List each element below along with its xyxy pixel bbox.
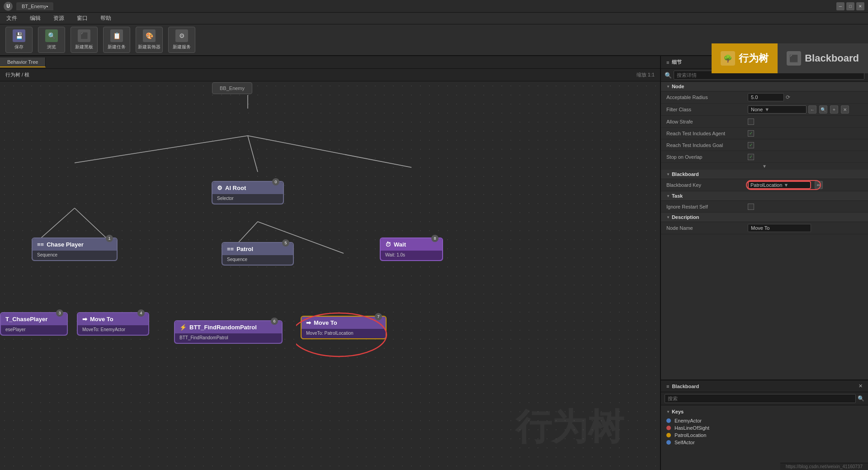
node-name-input[interactable] — [748, 224, 811, 232]
blackboard-section-header[interactable]: Blackboard — [661, 170, 868, 179]
menu-help[interactable]: 帮助 — [98, 14, 114, 23]
minimize-button[interactable]: ─ — [836, 2, 844, 10]
ignore-restart-checkbox[interactable] — [748, 204, 754, 210]
browse-label: 浏览 — [47, 44, 56, 50]
view-toggle-toolbar: 🌳 行为树 ⬛ Blackboard — [712, 43, 868, 73]
wait-body: Wait: 1.0s — [381, 251, 442, 260]
new-service-icon: ⚙ — [175, 29, 188, 42]
save-button[interactable]: 💾 保存 — [5, 27, 33, 53]
close-button[interactable]: ✕ — [856, 2, 864, 10]
menu-file[interactable]: 文件 — [4, 14, 20, 23]
filter-class-label: Filter Class — [666, 107, 748, 112]
filter-class-remove[interactable]: ✕ — [841, 105, 849, 114]
moveto-patrol-body: MoveTo: PatrolLocation — [302, 329, 386, 338]
acceptable-radius-input[interactable] — [748, 93, 784, 101]
canvas-tab-bar: Behavior Tree — [0, 56, 660, 69]
reach-test-agent-value — [748, 130, 863, 137]
acceptable-radius-spinner[interactable]: ⟳ — [786, 94, 790, 100]
bb-key-self-actor[interactable]: SelfActor — [666, 439, 863, 446]
filter-class-select[interactable]: None ▼ — [748, 105, 807, 114]
bt-canvas[interactable]: BB_Enemy 0 ⚙ AI Root Selector 1 ≡≡ Chase… — [0, 81, 660, 470]
canvas-header: 行为树 / 根 缩放 1:1 — [0, 69, 660, 81]
new-decorator-label: 新建装饰器 — [138, 44, 160, 50]
new-decorator-button[interactable]: 🎨 新建装饰器 — [136, 27, 163, 53]
wait-icon: ⏱ — [385, 241, 391, 248]
save-label: 保存 — [14, 44, 24, 50]
stop-on-overlap-row: Stop on Overlap — [661, 151, 868, 163]
breadcrumb: 行为树 / 根 — [5, 71, 29, 78]
allow-strafe-checkbox[interactable] — [748, 119, 754, 125]
new-service-button[interactable]: ⚙ 新建服务 — [168, 27, 195, 53]
stop-on-overlap-checkbox[interactable] — [748, 154, 754, 160]
maximize-button[interactable]: □ — [846, 2, 854, 10]
filter-class-left-arrow[interactable]: ← — [808, 105, 816, 114]
bb-keys-section-label: Keys — [666, 409, 863, 414]
file-tab[interactable]: BT_Enemy• — [16, 2, 53, 10]
task-section-header[interactable]: Task — [661, 191, 868, 201]
behavior-tree-view-button[interactable]: 🌳 行为树 — [712, 43, 778, 73]
patrol-node[interactable]: 5 ≡≡ Patrol Sequence — [222, 242, 294, 266]
moveto-chase-title: Move To — [90, 316, 113, 323]
chase-icon: ≡≡ — [37, 241, 44, 248]
bb-enemy-label: BB_Enemy — [220, 85, 245, 91]
bb-key-select[interactable]: PatrolLocation ▼ — [748, 181, 811, 189]
bb-enemy-node[interactable]: BB_Enemy — [212, 82, 252, 94]
moveto-chase-node[interactable]: 4 ➡ Move To MoveTo: EnemyActor — [77, 312, 149, 336]
save-icon: 💾 — [13, 29, 25, 42]
chase-player-node[interactable]: 1 ≡≡ Chase Player Sequence — [32, 237, 118, 261]
filter-class-add[interactable]: + — [830, 105, 838, 114]
menu-edit[interactable]: 编辑 — [27, 14, 43, 23]
new-task-button[interactable]: 📋 新建任务 — [103, 27, 130, 53]
reach-test-agent-checkbox[interactable] — [748, 130, 754, 137]
bb-panel-title: Blackboard — [672, 384, 699, 389]
bb-key-patrol-location[interactable]: PatrolLocation — [666, 432, 863, 439]
blackboard-view-button[interactable]: ⬛ Blackboard — [778, 43, 868, 73]
description-section-header[interactable]: Description — [661, 213, 868, 222]
patrol-icon: ≡≡ — [227, 246, 234, 252]
behavior-tree-tab[interactable]: Behavior Tree — [0, 57, 46, 67]
t-chaseplayer-node[interactable]: 3 T_ChasePlayer esePlayer — [0, 312, 68, 336]
enemy-actor-label: EnemyActor — [675, 418, 702, 423]
moveto-patrol-node[interactable]: 7 ➡ Move To MoveTo: PatrolLocation — [301, 316, 387, 339]
acceptable-radius-label: Acceptable Radius — [666, 95, 748, 100]
url-bar: https://blog.csdn.net/weixin_41160737 — [780, 463, 868, 470]
bb-key-edit[interactable]: ✏ — [815, 181, 823, 189]
watermark: 行为树 — [515, 403, 624, 452]
patrol-location-label: PatrolLocation — [675, 432, 706, 438]
bb-search-input[interactable] — [665, 394, 856, 403]
new-task-label: 新建任务 — [108, 44, 126, 50]
details-collapse-icon[interactable]: ≡ — [666, 60, 669, 65]
node-section-header[interactable]: Node — [661, 82, 868, 91]
node-name-label: Node Name — [666, 225, 748, 231]
reach-test-goal-checkbox[interactable] — [748, 142, 754, 148]
self-actor-label: SelfActor — [675, 440, 695, 445]
canvas-area[interactable]: Behavior Tree 行为树 / 根 缩放 1:1 — [0, 56, 660, 470]
bb-key-label: Blackboard Key — [666, 182, 748, 188]
browse-button[interactable]: 🔍 浏览 — [38, 27, 65, 53]
bb-panel: ≡ Blackboard ✕ 🔍 Keys EnemyActor HasLin — [661, 380, 868, 470]
reach-test-agent-label: Reach Test Includes Agent — [666, 131, 748, 136]
moveto-patrol-header: ➡ Move To — [302, 317, 386, 329]
bb-panel-collapse-icon[interactable]: ≡ — [666, 384, 669, 389]
menu-assets[interactable]: 资源 — [51, 14, 67, 23]
new-blackboard-button[interactable]: ⬛ 新建黑板 — [71, 27, 98, 53]
bb-key-enemy-actor[interactable]: EnemyActor — [666, 417, 863, 424]
has-line-of-sight-label: HasLineOfSight — [675, 425, 709, 431]
svg-line-2 — [248, 136, 258, 172]
allow-strafe-label: Allow Strafe — [666, 119, 748, 124]
t-chaseplayer-index: 3 — [56, 309, 63, 317]
bb-panel-close-icon[interactable]: ✕ — [859, 383, 863, 389]
moveto-patrol-title: Move To — [314, 319, 337, 326]
menu-window[interactable]: 窗口 — [74, 14, 90, 23]
connections-svg — [0, 81, 660, 470]
btt-patrol-node[interactable]: 6 ⚡ BTT_FindRandomPatrol BTT_FindRandomP… — [174, 320, 283, 344]
chase-player-index: 1 — [106, 235, 113, 242]
blackboard-icon: ⬛ — [787, 51, 801, 66]
filter-class-search[interactable]: 🔍 — [819, 105, 827, 114]
ai-root-node[interactable]: 0 ⚙ AI Root Selector — [212, 181, 284, 204]
new-decorator-icon: 🎨 — [143, 29, 156, 42]
bb-key-has-line-of-sight[interactable]: HasLineOfSight — [666, 424, 863, 432]
details-section: ≡ 细节 ⊞ 👁 ✕ 🔍 Node Acceptable Radius — [661, 56, 868, 380]
wait-node[interactable]: 8 ⏱ Wait Wait: 1.0s — [380, 237, 443, 261]
zoom-label: 缩放 1:1 — [637, 71, 655, 78]
